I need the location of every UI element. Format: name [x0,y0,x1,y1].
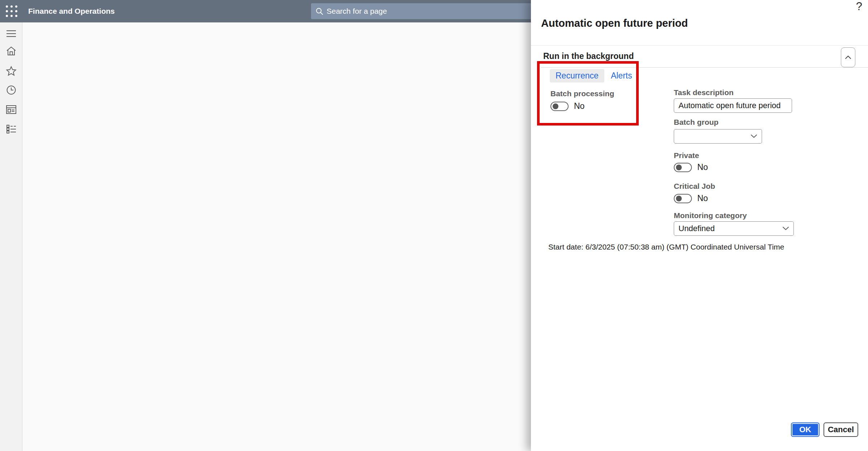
chevron-down-icon [782,225,789,232]
batch-processing-value: No [574,101,584,111]
private-value: No [697,162,708,172]
app-launcher-waffle-icon[interactable] [4,4,19,18]
toggle-off-icon [550,102,569,111]
critical-job-label: Critical Job [674,182,715,191]
recent-clock-icon[interactable] [0,82,22,98]
collapse-section-button[interactable] [841,47,855,67]
app-title: Finance and Operations [28,0,115,22]
tab-alerts[interactable]: Alerts [610,69,633,82]
chevron-down-icon [750,133,757,140]
hamburger-menu-icon[interactable] [0,26,22,41]
critical-job-value: No [697,193,708,203]
start-date-text: Start date: 6/3/2025 (07:50:38 am) (GMT)… [548,243,784,251]
favorites-star-icon[interactable] [0,63,22,78]
toggle-off-icon [674,194,692,203]
tab-strip: Recurrence Alerts [550,69,633,82]
private-toggle[interactable]: No [674,162,708,172]
section-title: Run in the background [543,51,634,61]
help-icon[interactable]: ? [856,0,862,13]
monitoring-category-select[interactable]: Undefined [674,221,794,236]
batch-processing-toggle[interactable]: No [550,101,584,111]
cancel-button[interactable]: Cancel [824,422,858,437]
monitoring-category-value: Undefined [678,224,715,233]
tab-recurrence[interactable]: Recurrence [550,69,604,82]
left-navigation-sidebar [0,22,22,451]
modules-list-icon[interactable] [0,122,22,137]
batch-processing-label: Batch processing [550,89,614,98]
batch-group-combobox[interactable] [674,129,762,144]
dialog-title: Automatic open future period [541,17,688,29]
workspaces-icon[interactable] [0,102,22,117]
ok-button[interactable]: OK [791,422,820,437]
search-icon [315,7,323,15]
divider [531,45,868,46]
search-input[interactable]: Search for a page [311,3,535,19]
toggle-off-icon [674,163,692,172]
chevron-up-icon [845,54,851,61]
task-description-label: Task description [674,88,733,97]
task-description-input[interactable] [674,98,792,113]
monitoring-category-label: Monitoring category [674,211,747,220]
critical-job-toggle[interactable]: No [674,193,708,203]
home-icon[interactable] [0,43,22,59]
search-placeholder: Search for a page [327,7,387,16]
run-in-background-flyout: ? Automatic open future period Run in th… [531,0,868,451]
private-label: Private [674,151,699,160]
divider [541,67,868,68]
batch-group-label: Batch group [674,118,719,127]
